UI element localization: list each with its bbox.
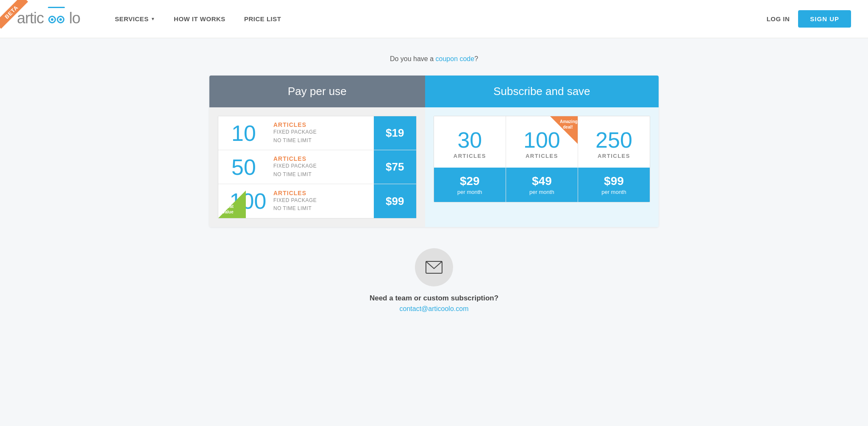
pay-per-use-section: Pay per use 10 ARTICLES FIXED PACKAGE NO…	[209, 76, 425, 227]
package-price-100[interactable]: $99	[374, 184, 416, 218]
pay-per-use-content: 10 ARTICLES FIXED PACKAGE NO TIME LIMIT …	[209, 107, 425, 227]
chevron-down-icon: ▼	[151, 17, 155, 21]
mail-icon	[426, 261, 442, 274]
subscribe-content: 30 ARTICLES $29 per month Amaz	[425, 107, 659, 211]
nav-services[interactable]: SERVICES ▼	[106, 15, 164, 22]
coupon-line: Do you have a coupon code?	[209, 55, 659, 63]
package-row-10: 10 ARTICLES FIXED PACKAGE NO TIME LIMIT …	[218, 116, 416, 150]
nav-links: SERVICES ▼ HOW IT WORKS PRICE LIST	[106, 15, 767, 22]
plan-articles-area-100: 100 ARTICLES	[506, 116, 578, 168]
subscribe-save-section: Subscribe and save 30 ARTICLES $29 per m…	[425, 76, 659, 227]
coupon-link[interactable]: coupon code	[436, 55, 475, 62]
plan-col-30: 30 ARTICLES $29 per month	[434, 116, 506, 202]
logo-eyes	[48, 9, 65, 29]
package-price-50[interactable]: $75	[374, 150, 416, 184]
package-row-100: Greatvalue 100 ARTICLES FIXED PACKAGE NO…	[218, 184, 416, 218]
plan-price-100[interactable]: $49 per month	[506, 168, 578, 202]
nav-how-it-works[interactable]: HOW IT WORKS	[164, 15, 235, 22]
subscribe-plans: 30 ARTICLES $29 per month Amaz	[434, 116, 650, 202]
contact-text: Need a team or custom subscription?	[209, 294, 659, 303]
plan-col-100: Amazingdeal! 100 ARTICLES $49 per month	[506, 116, 578, 202]
pricing-wrapper: Pay per use 10 ARTICLES FIXED PACKAGE NO…	[209, 76, 659, 227]
main-content: Do you have a coupon code? Pay per use 1…	[201, 38, 667, 338]
plan-number-30: 30	[457, 129, 482, 151]
main-nav: artic lo SERVICES ▼ HOW IT WORKS PRICE L…	[0, 0, 868, 38]
package-row-50: 50 ARTICLES FIXED PACKAGE NO TIME LIMIT …	[218, 150, 416, 184]
great-value-text: Greatvalue	[220, 204, 236, 215]
plan-price-30[interactable]: $29 per month	[434, 168, 506, 202]
package-info-100: ARTICLES FIXED PACKAGE NO TIME LIMIT	[269, 190, 374, 213]
logo-text: artic lo	[17, 9, 80, 29]
package-price-10[interactable]: $19	[374, 116, 416, 150]
plan-col-250: 250 ARTICLES $99 per month	[578, 116, 650, 202]
contact-email[interactable]: contact@articoolo.com	[400, 305, 469, 312]
package-number-10: 10	[218, 121, 269, 146]
package-list: 10 ARTICLES FIXED PACKAGE NO TIME LIMIT …	[218, 116, 417, 219]
signup-button[interactable]: SIGN UP	[798, 10, 851, 28]
plan-number-250: 250	[595, 129, 632, 151]
nav-price-list[interactable]: PRICE LIST	[235, 15, 291, 22]
login-button[interactable]: LOG IN	[767, 15, 790, 22]
plan-articles-area-30: 30 ARTICLES	[434, 116, 506, 168]
package-info-50: ARTICLES FIXED PACKAGE NO TIME LIMIT	[269, 155, 374, 178]
subscribe-save-header: Subscribe and save	[425, 76, 659, 107]
logo[interactable]: artic lo	[17, 9, 80, 29]
mail-icon-circle	[415, 248, 453, 286]
package-info-10: ARTICLES FIXED PACKAGE NO TIME LIMIT	[269, 121, 374, 144]
nav-right: LOG IN SIGN UP	[767, 10, 851, 28]
contact-section: Need a team or custom subscription? cont…	[209, 248, 659, 313]
plan-articles-area-250: 250 ARTICLES	[578, 116, 650, 168]
pay-per-use-header: Pay per use	[209, 76, 425, 107]
package-number-50: 50	[218, 154, 269, 180]
plan-number-100: 100	[523, 129, 560, 151]
plan-price-250[interactable]: $99 per month	[578, 168, 650, 202]
